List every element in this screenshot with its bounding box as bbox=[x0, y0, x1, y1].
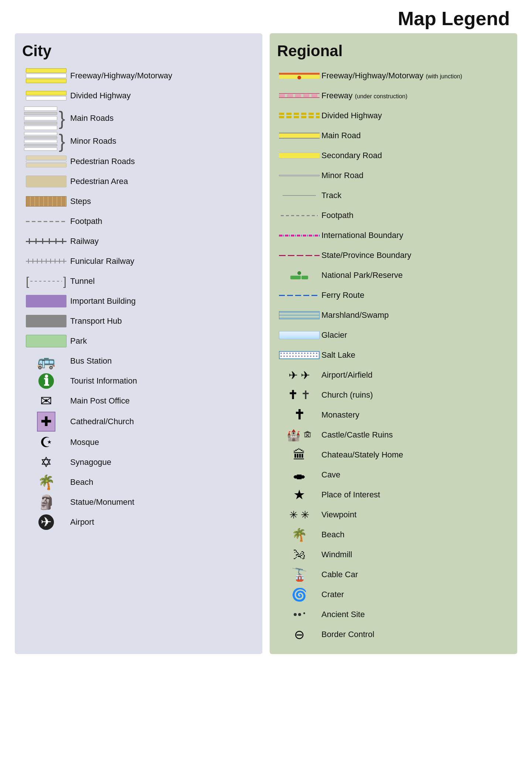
list-item: Glacier bbox=[277, 326, 510, 344]
list-item: Salt Lake bbox=[277, 346, 510, 364]
church-icon: ✚ bbox=[37, 412, 55, 432]
chateau-icon: 🏛 bbox=[293, 448, 306, 462]
list-item: ✝ ✝ Church (ruins) bbox=[277, 386, 510, 404]
list-item: Divided Highway bbox=[277, 106, 510, 125]
page-title: Map Legend bbox=[0, 0, 532, 33]
list-item: Pedestrian Roads bbox=[22, 152, 255, 171]
list-item: 🌴 Beach bbox=[277, 525, 510, 544]
list-item: ✉ Main Post Office bbox=[22, 392, 255, 410]
star-icon: ★ bbox=[293, 487, 305, 503]
list-item: ★ Place of Interest bbox=[277, 486, 510, 504]
cablecar-icon: 🚡 bbox=[291, 567, 307, 582]
viewpoint-icon-1: ✳ bbox=[289, 509, 298, 521]
cross-ruins-icon: ✝ bbox=[301, 388, 311, 402]
list-item: 🚌 Bus Station bbox=[22, 352, 255, 370]
list-item: } Main Roads bbox=[22, 106, 255, 130]
list-item: 🌬 Windmill bbox=[277, 545, 510, 564]
castle-icon: 🏰 bbox=[287, 429, 300, 442]
list-item: ✳ ✳ Viewpoint bbox=[277, 506, 510, 524]
list-item: 🌴 Beach bbox=[22, 473, 255, 491]
bus-icon: 🚌 bbox=[37, 353, 55, 370]
list-item: ℹ Tourist Information bbox=[22, 372, 255, 390]
viewpoint-icon-2: ✳ bbox=[301, 509, 309, 521]
airport-icon: ✈ bbox=[289, 369, 298, 382]
castle-ruins-icon: 🏚 bbox=[303, 430, 312, 440]
list-item: Funicular Railway bbox=[22, 252, 255, 270]
list-item: Divided Highway bbox=[22, 86, 255, 105]
statue-icon: 🗿 bbox=[38, 494, 55, 510]
synagogue-icon: ✡ bbox=[40, 454, 52, 470]
list-item: 🌀 Crater bbox=[277, 585, 510, 604]
list-item: 🗿 Statue/Monument bbox=[22, 493, 255, 511]
list-item: Marshland/Swamp bbox=[277, 306, 510, 324]
list-item: ✡ Synagogue bbox=[22, 453, 255, 472]
airport-icon: ✈ bbox=[38, 514, 54, 530]
list-item: Main Road bbox=[277, 126, 510, 145]
city-column: City Freeway/Highway/Motorway Divided Hi… bbox=[15, 33, 262, 654]
list-item: ✚ Cathedral/Church bbox=[22, 412, 255, 432]
crater-icon: 🌀 bbox=[291, 587, 307, 602]
border-icon: ⊖ bbox=[294, 627, 304, 642]
list-item: } Minor Roads bbox=[22, 132, 255, 151]
list-item: 🏛 Chateau/Stately Home bbox=[277, 446, 510, 464]
list-item: Minor Road bbox=[277, 166, 510, 185]
list-item: Footpath bbox=[277, 206, 510, 225]
list-item: ✝ Monastery bbox=[277, 406, 510, 424]
list-item: Freeway/Highway/Motorway (with junction) bbox=[277, 67, 510, 85]
list-item: ✈ Airport bbox=[22, 513, 255, 531]
list-item: Ancient Site bbox=[277, 605, 510, 624]
regional-title: Regional bbox=[277, 42, 510, 60]
list-item: ☪ Mosque bbox=[22, 433, 255, 452]
list-item: National Park/Reserve bbox=[277, 266, 510, 285]
list-item: [ ] Tunnel bbox=[22, 272, 255, 290]
list-item: Ferry Route bbox=[277, 286, 510, 304]
list-item: Important Building bbox=[22, 292, 255, 310]
list-item: Track bbox=[277, 186, 510, 205]
mail-icon: ✉ bbox=[40, 393, 52, 409]
list-item: ⊖ Border Control bbox=[277, 625, 510, 644]
mosque-icon: ☪ bbox=[40, 434, 52, 450]
city-title: City bbox=[22, 42, 255, 60]
monastery-icon: ✝ bbox=[294, 407, 305, 423]
beach-reg-icon: 🌴 bbox=[291, 527, 307, 542]
list-item: Freeway (under construction) bbox=[277, 86, 510, 105]
airfield-icon: ✈ bbox=[301, 369, 310, 382]
list-item: Transport Hub bbox=[22, 312, 255, 330]
windmill-icon: 🌬 bbox=[293, 548, 306, 562]
list-item: 🕳 Cave bbox=[277, 466, 510, 484]
list-item: 🚡 Cable Car bbox=[277, 565, 510, 584]
list-item: Freeway/Highway/Motorway bbox=[22, 67, 255, 85]
list-item: Steps bbox=[22, 192, 255, 211]
list-item: ✈ ✈ Airport/Airfield bbox=[277, 366, 510, 384]
list-item: Pedestrian Area bbox=[22, 172, 255, 191]
list-item: Secondary Road bbox=[277, 146, 510, 165]
regional-column: Regional Freeway/Highway/Motorway (with … bbox=[270, 33, 517, 654]
beach-icon: 🌴 bbox=[38, 474, 55, 490]
list-item: 🏰 🏚 Castle/Castle Ruins bbox=[277, 426, 510, 444]
cross-icon: ✝ bbox=[288, 388, 298, 402]
info-icon: ℹ bbox=[38, 373, 54, 389]
list-item: Railway bbox=[22, 232, 255, 251]
list-item: Park bbox=[22, 332, 255, 350]
cave-icon: 🕳 bbox=[293, 468, 306, 482]
list-item: State/Province Boundary bbox=[277, 246, 510, 265]
list-item: International Boundary bbox=[277, 226, 510, 245]
list-item: Footpath bbox=[22, 212, 255, 231]
